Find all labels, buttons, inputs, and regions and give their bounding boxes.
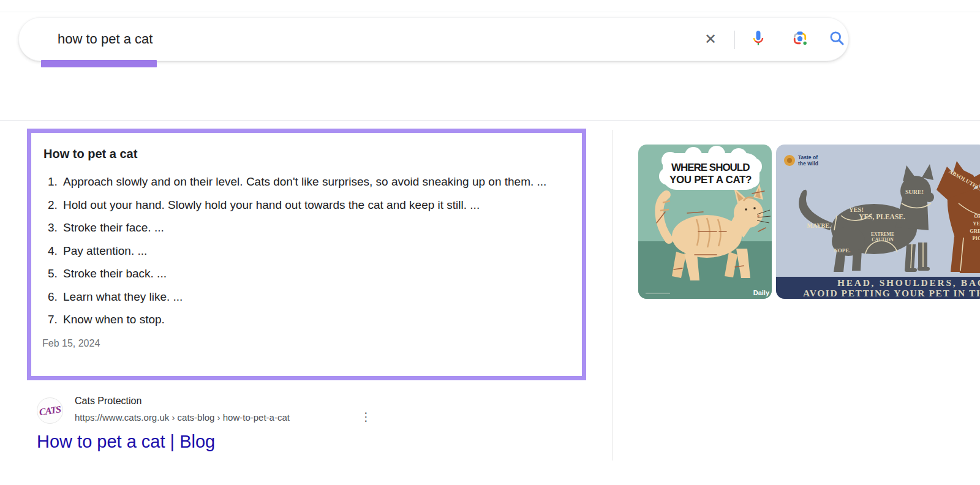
kebab-menu-icon: ⋮: [360, 410, 371, 423]
search-input[interactable]: how to pet a cat: [58, 18, 153, 61]
cat-label-belly-2: CAUTION: [872, 237, 894, 242]
google-lens-icon: [791, 29, 809, 49]
result-title-link[interactable]: How to pet a cat | Blog: [37, 432, 215, 452]
content-vertical-divider: [612, 130, 613, 461]
snippet-step: Know when to stop.: [61, 311, 571, 329]
snippet-step: Stroke their back. ...: [61, 265, 571, 283]
cat-label-head: SURE!: [905, 189, 924, 195]
cat-label-body: YES, PLEASE.: [859, 213, 905, 220]
result-type-tabs: All Images Videos Forums Shopping Web Ne…: [0, 86, 980, 121]
snippet-step: Pay attention. ...: [61, 242, 571, 260]
snippet-steps-list: Approach slowly and on their level. Cats…: [42, 173, 571, 329]
search-icon: [828, 29, 845, 49]
cat-label-shoulder: YES!: [849, 206, 864, 213]
result-breadcrumb-url: https://www.cats.org.uk › cats-blog › ho…: [75, 412, 290, 423]
snippet-heading: How to pet a cat: [43, 147, 571, 161]
brand-logo-line1: Taste of: [798, 154, 818, 160]
site-favicon: CATS: [37, 397, 63, 424]
search-bar[interactable]: how to pet a cat ✕: [18, 17, 849, 61]
dog-label-chest-4: PICK: [972, 235, 980, 241]
image-watermark: Daily: [753, 289, 770, 296]
image-result-pet-zones-chart[interactable]: Taste of the Wild SURE! YES! YES, PLEASE…: [776, 145, 980, 299]
cat-label-belly-1: EXTREME: [871, 231, 894, 237]
favicon-cats-logo: CATS: [39, 404, 61, 418]
query-annotation-underline: [41, 60, 157, 67]
close-icon: ✕: [704, 31, 717, 48]
search-bar-divider: [734, 31, 735, 49]
result-menu-button[interactable]: ⋮: [360, 410, 371, 424]
google-lens-button[interactable]: [791, 30, 809, 48]
snippet-step: Hold out your hand. Slowly hold your han…: [61, 197, 571, 214]
dog-label-chest-1: OH,: [974, 213, 980, 219]
dog-label-chest-2: YES!: [973, 220, 980, 227]
image-result-where-to-pet-a-cat[interactable]: WHERE SHOULD YOU PET A CAT? Daily: [638, 145, 772, 299]
tabs-bottom-border: [0, 120, 980, 121]
snippet-date: Feb 15, 2024: [42, 338, 571, 349]
caption-line1: HEAD, SHOULDERS, BAC: [837, 277, 980, 288]
voice-search-button[interactable]: [749, 30, 767, 48]
result-site-name: Cats Protection: [75, 396, 141, 407]
brand-logo-line2: the Wild: [798, 160, 818, 167]
dog-label-chest-3: GREAT: [970, 228, 980, 234]
cat-label-leg: NOPE.: [834, 247, 850, 254]
snippet-step: Stroke their face. ...: [61, 219, 571, 237]
snippet-step: Approach slowly and on their level. Cats…: [61, 173, 571, 191]
bubble-text-line1: WHERE SHOULD: [671, 162, 750, 173]
microphone-icon: [750, 29, 767, 49]
search-submit-button[interactable]: [827, 30, 846, 48]
featured-snippet-annotation-box: How to pet a cat Approach slowly and on …: [27, 129, 586, 380]
page-top-hairline: [0, 12, 980, 12]
clear-search-button[interactable]: ✕: [701, 30, 720, 48]
bubble-text-line2: YOU PET A CAT?: [669, 174, 752, 186]
cat-label-tail: MAYBE.: [807, 222, 831, 229]
snippet-step: Learn what they like. ...: [61, 288, 571, 306]
